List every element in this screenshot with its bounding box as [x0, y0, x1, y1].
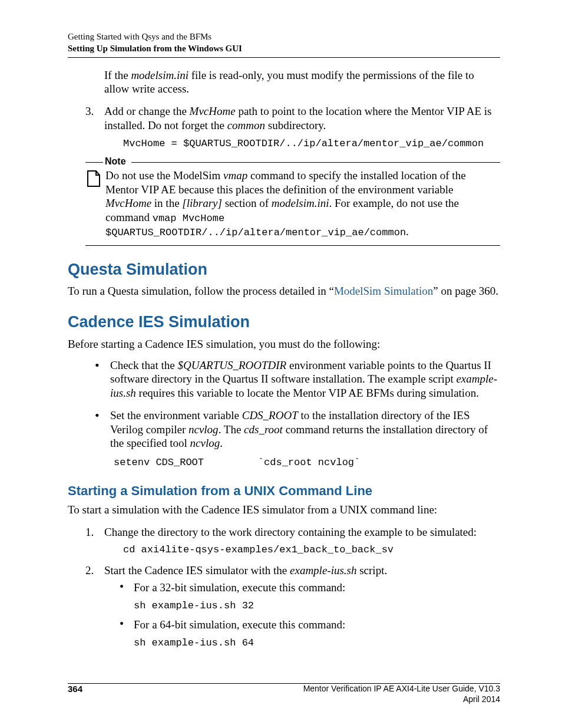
bullet-list: Check that the $QUARTUS_ROOTDIR environm… — [95, 358, 500, 469]
text: Set the environment variable — [110, 409, 242, 421]
list-item: 2. Start the Cadence IES simulator with … — [85, 564, 500, 650]
running-header-line1: Getting Started with Qsys and the BFMs — [68, 31, 500, 42]
text-italic: modelsim.ini — [272, 197, 329, 209]
text: in the — [151, 197, 182, 209]
heading-unix-command-line: Starting a Simulation from a UNIX Comman… — [68, 483, 500, 499]
text: For a 32-bit simulation, execute this co… — [134, 581, 345, 594]
link-modelsim-simulation[interactable]: ModelSim Simulation — [334, 285, 433, 297]
code-block: cd axi4lite-qsys-examples/ex1_back_to_ba… — [123, 543, 500, 556]
text: To run a Questa simulation, follow the p… — [68, 285, 334, 297]
note-icon — [85, 170, 102, 191]
bullet-list: For a 32-bit simulation, execute this co… — [120, 581, 500, 649]
footer-doc-title: Mentor Verification IP AE AXI4-Lite User… — [303, 683, 500, 694]
text-italic: vmap — [223, 169, 247, 182]
page-number: 364 — [68, 683, 82, 704]
list-item: Set the environment variable CDS_ROOT to… — [95, 409, 500, 469]
paragraph: To start a simulation with the Cadence I… — [68, 503, 500, 517]
ordered-list: 1. Change the directory to the work dire… — [85, 525, 500, 650]
text: section of — [222, 197, 272, 209]
text: Do not use the ModelSim — [105, 169, 223, 182]
note-body: Do not use the ModelSim vmap command to … — [85, 167, 500, 243]
heading-questa-simulation: Questa Simulation — [68, 260, 500, 280]
step-number: 2. — [85, 564, 94, 578]
note-rule — [85, 162, 103, 163]
text: script. — [356, 564, 387, 577]
code-block: sh example-ius.sh 32 — [134, 599, 500, 612]
text: . — [220, 437, 223, 449]
text: Add or change the — [104, 105, 190, 117]
text: . — [406, 225, 409, 238]
note-rule — [85, 245, 500, 246]
note-rule — [131, 162, 500, 163]
step-number: 3. — [85, 104, 94, 118]
text-italic: example-ius.sh — [290, 564, 356, 577]
running-header-line2: Setting Up Simulation from the Windows G… — [68, 42, 500, 54]
text: Change the directory to the work directo… — [104, 526, 477, 538]
note-label: Note — [105, 156, 126, 167]
ordered-list: 3. Add or change the MvcHome path to poi… — [85, 104, 500, 150]
text: If the — [104, 69, 131, 81]
note-text: Do not use the ModelSim vmap command to … — [105, 169, 500, 239]
text: Start the Cadence IES simulator with the — [104, 564, 290, 577]
list-item: For a 32-bit simulation, execute this co… — [120, 581, 500, 612]
text: For a 64-bit simulation, execute this co… — [134, 618, 345, 631]
text-italic: MvcHome — [190, 105, 236, 117]
page: Getting Started with Qsys and the BFMs S… — [0, 0, 562, 728]
list-item: Check that the $QUARTUS_ROOTDIR environm… — [95, 358, 500, 400]
text: ” on page 360. — [433, 285, 498, 297]
text: requires this variable to locate the Men… — [136, 387, 479, 399]
text-italic: [library] — [182, 197, 222, 209]
code-block: sh example-ius.sh 64 — [134, 637, 500, 649]
paragraph: To run a Questa simulation, follow the p… — [68, 284, 500, 298]
heading-cadence-ies-simulation: Cadence IES Simulation — [68, 312, 500, 332]
text-italic: ncvlog — [190, 437, 220, 449]
text-italic: cds_root — [244, 423, 283, 436]
continuation-paragraph: If the modelsim.ini file is read-only, y… — [104, 68, 500, 97]
text-italic: MvcHome — [105, 197, 151, 209]
header-rule — [68, 57, 500, 58]
text-italic: common — [227, 119, 265, 131]
footer-right: Mentor Verification IP AE AXI4-Lite User… — [303, 683, 500, 704]
text-italic: CDS_ROOT — [242, 409, 298, 421]
text: Check that the — [110, 359, 178, 371]
text-italic: $QUARTUS_ROOTDIR — [178, 359, 287, 371]
list-item: For a 64-bit simulation, execute this co… — [120, 618, 500, 649]
note-block: Note Do not use the ModelSim vmap comman… — [85, 157, 500, 246]
running-header: Getting Started with Qsys and the BFMs S… — [68, 31, 500, 55]
footer-date: April 2014 — [303, 694, 500, 704]
text: subdirectory. — [265, 119, 326, 131]
list-item: 3. Add or change the MvcHome path to poi… — [85, 104, 500, 150]
text-italic: ncvlog — [189, 423, 219, 436]
note-header: Note — [85, 157, 500, 167]
step-number: 1. — [85, 525, 94, 539]
text-italic: modelsim.ini — [131, 69, 189, 81]
paragraph: Before starting a Cadence IES simulation… — [68, 337, 500, 351]
footer: 364 Mentor Verification IP AE AXI4-Lite … — [68, 683, 500, 704]
code-block: setenv CDS_ROOT `cds_root ncvlog` — [114, 456, 500, 469]
code-block: MvcHome = $QUARTUS_ROOTDIR/../ip/altera/… — [123, 137, 500, 150]
list-item: 1. Change the directory to the work dire… — [85, 525, 500, 556]
text: . The — [219, 423, 244, 436]
